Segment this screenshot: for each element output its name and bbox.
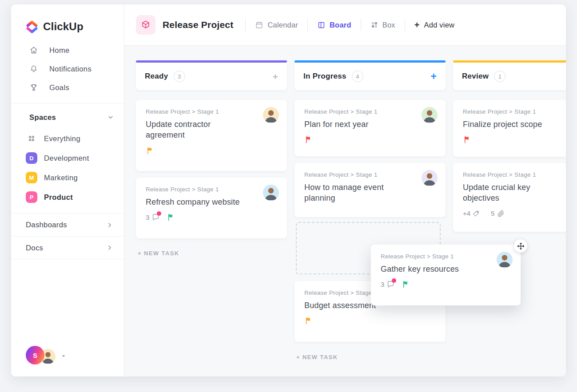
app-window: ClickUp Home Notifications	[11, 4, 566, 376]
comments-count: 3	[381, 281, 384, 288]
sidebar-item-label: Product	[44, 193, 73, 202]
clickup-wordmark: ClickUp	[43, 20, 84, 33]
task-card[interactable]: Release Project > Stage 1 Update contrac…	[136, 100, 287, 171]
project-icon	[136, 15, 155, 35]
column-title: Ready	[145, 72, 168, 81]
page-title: Release Project	[163, 20, 233, 30]
user-menu[interactable]: S	[26, 346, 66, 364]
new-task-button[interactable]: + NEW TASK	[138, 250, 179, 257]
add-task-icon[interactable]: +	[273, 72, 278, 81]
assignee-avatar	[263, 185, 279, 201]
spaces-header[interactable]: Spaces	[29, 110, 114, 125]
task-card[interactable]: Release Project > Stage 1 Plan for next …	[294, 100, 446, 156]
caret-down-icon	[61, 353, 66, 359]
assignee-avatar	[263, 107, 279, 123]
add-view-label: Add view	[424, 21, 455, 29]
workspace-avatar: S	[26, 346, 44, 364]
paperclip-icon	[497, 210, 505, 218]
clickup-logo-icon	[25, 19, 39, 35]
task-title: Gather key resources	[381, 264, 511, 274]
sidebar-item-label: Development	[44, 154, 89, 162]
sidebar-item-goals[interactable]: Goals	[11, 78, 124, 97]
priority-flag-icon	[167, 213, 175, 222]
dragged-task-card[interactable]: Release Project > Stage 1 Gather key res…	[371, 245, 521, 305]
priority-flag-icon	[304, 135, 313, 144]
divider	[361, 19, 361, 31]
assignee-avatar	[422, 107, 438, 123]
grid-dots-icon	[26, 134, 37, 143]
clickup-logo[interactable]: ClickUp	[25, 19, 84, 35]
spaces-title: Spaces	[29, 113, 56, 122]
tab-calendar[interactable]: Calendar	[255, 21, 298, 29]
sidebar-item-marketing[interactable]: M Marketing	[11, 168, 124, 187]
task-title: Update contractor agreement	[146, 119, 277, 141]
attachments-count: 5	[491, 210, 494, 217]
sidebar-item-label: Docs	[26, 244, 43, 252]
divider	[245, 19, 246, 31]
column-review: Review 1 Release Project > Stage 1 Final…	[453, 60, 566, 90]
space-badge: P	[26, 191, 37, 203]
plus-icon: +	[414, 20, 420, 29]
task-breadcrumb: Release Project > Stage 1	[146, 108, 277, 115]
cube-icon	[140, 20, 151, 30]
column-header: Ready 3 +	[136, 63, 287, 90]
sidebar: ClickUp Home Notifications	[11, 4, 124, 376]
trophy-icon	[29, 83, 38, 92]
column-header: Review 1	[453, 63, 566, 90]
add-view-button[interactable]: + Add view	[414, 20, 454, 29]
kanban-board: Ready 3 + Release Project > Stage 1 Upda…	[124, 46, 566, 376]
tab-box[interactable]: Box	[370, 21, 395, 29]
comment-bubble-icon	[151, 213, 160, 222]
board-icon	[317, 21, 326, 29]
chevron-right-icon	[106, 244, 113, 251]
task-title: Plan for next year	[304, 119, 436, 130]
home-icon	[29, 46, 38, 55]
comments-indicator: 3	[381, 280, 395, 289]
tag-icon	[473, 210, 481, 218]
space-badge: D	[26, 152, 37, 164]
tab-label: Calendar	[267, 21, 298, 29]
task-card[interactable]: Release Project > Stage 1 Finalize proje…	[453, 100, 566, 157]
sidebar-item-notifications[interactable]: Notifications	[11, 59, 124, 78]
sidebar-item-label: Notifications	[49, 65, 92, 73]
task-title: How to manage event planning	[304, 182, 436, 204]
spaces-list: Everything D Development M Marketing P P…	[11, 129, 124, 207]
priority-flag-icon	[304, 317, 313, 325]
assignee-avatar	[422, 170, 438, 186]
tab-board[interactable]: Board	[317, 21, 351, 29]
sidebar-item-dashboards[interactable]: Dashboards	[11, 213, 124, 236]
task-breadcrumb: Release Project > Stage 1	[463, 108, 566, 115]
chevron-right-icon	[106, 222, 113, 229]
task-card[interactable]: Release Project > Stage 1 How to manage …	[294, 163, 446, 217]
column-header: In Progress 4 +	[294, 63, 446, 90]
tab-label: Box	[382, 21, 395, 29]
comment-bubble-icon	[386, 280, 395, 289]
task-card[interactable]: Release Project > Stage 1 Refresh compan…	[136, 178, 287, 238]
tab-label: Board	[330, 21, 351, 29]
task-card[interactable]: Release Project > Stage 1 Update crucial…	[453, 163, 566, 232]
chevron-down-icon	[107, 114, 114, 121]
comments-indicator: 3	[146, 213, 160, 222]
new-task-button[interactable]: + NEW TASK	[296, 354, 338, 360]
column-count-badge: 3	[174, 71, 185, 82]
priority-flag-icon	[146, 147, 154, 155]
column-ready: Ready 3 + Release Project > Stage 1 Upda…	[136, 60, 287, 90]
topbar: Release Project Calendar Board	[124, 4, 566, 46]
sidebar-item-docs[interactable]: Docs	[11, 236, 124, 259]
column-title: In Progress	[303, 72, 346, 81]
sidebar-item-home[interactable]: Home	[11, 41, 124, 59]
sidebar-divider	[11, 103, 124, 103]
bell-icon	[29, 64, 38, 73]
task-breadcrumb: Release Project > Stage 1	[381, 253, 511, 260]
add-task-icon[interactable]: +	[431, 71, 437, 82]
sidebar-nav: Home Notifications	[11, 41, 124, 97]
divider	[405, 19, 405, 31]
task-breadcrumb: Release Project > Stage 1	[463, 171, 566, 178]
task-title: Finalize project scope	[463, 119, 566, 130]
sidebar-item-product[interactable]: P Product	[11, 187, 124, 207]
tags-indicator: +4	[463, 210, 481, 218]
notification-dot	[157, 211, 161, 216]
sidebar-item-development[interactable]: D Development	[11, 148, 124, 168]
sidebar-item-everything[interactable]: Everything	[11, 129, 124, 148]
column-title: Review	[462, 72, 489, 81]
